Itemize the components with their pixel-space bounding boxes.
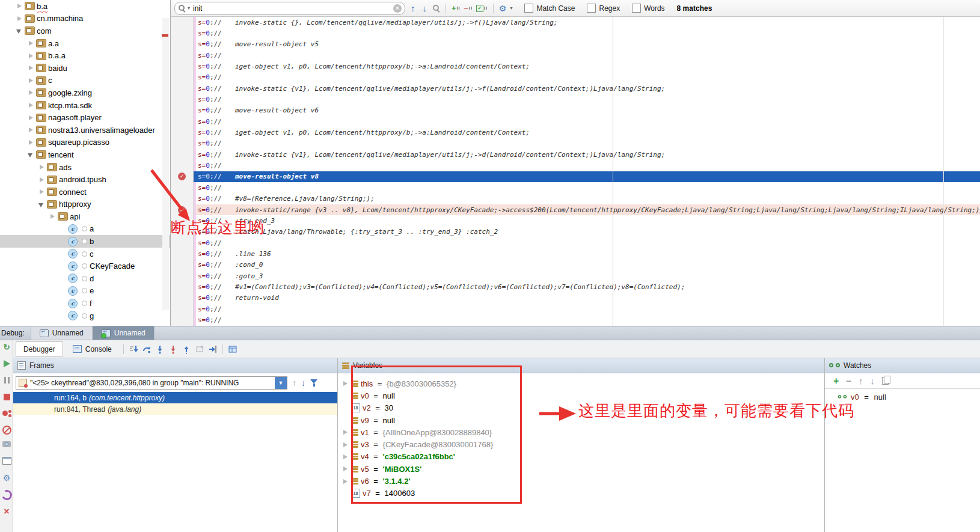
tree-item[interactable]: g	[0, 310, 170, 322]
variable-row[interactable]: 18 v3 = {CKeyFacade@830030001768}	[338, 438, 824, 450]
tree-item[interactable]: e	[0, 285, 170, 298]
editor-gutter[interactable]: ✓	[171, 160, 194, 171]
show-execution-point-button[interactable]	[128, 344, 139, 355]
tree-item[interactable]: httpproxy	[0, 198, 170, 211]
layout-settings-button[interactable]	[227, 344, 238, 355]
expand-arrow-icon[interactable]	[341, 416, 349, 424]
find-all-icon[interactable]	[432, 4, 440, 12]
move-watch-down-button[interactable]: ↓	[871, 376, 875, 386]
breakpoint-icon[interactable]: ✓	[178, 206, 186, 214]
editor-gutter[interactable]: ✓	[171, 304, 194, 314]
tree-item[interactable]: baidu	[0, 62, 170, 75]
code-line[interactable]: ✓ s=0;// iget-object v1, p0, Lcom/tencen…	[171, 61, 980, 72]
expand-arrow-icon[interactable]	[38, 163, 46, 171]
close-button[interactable]: ×	[0, 506, 13, 517]
tree-item[interactable]: android.tpush	[0, 173, 170, 186]
editor-gutter[interactable]: ✓	[171, 237, 194, 248]
editor-gutter[interactable]: ✓	[171, 105, 194, 116]
expand-arrow-icon[interactable]	[27, 138, 35, 147]
code-line[interactable]: ✓ s=0;// #v8=(Reference,Ljava/lang/Strin…	[171, 194, 980, 204]
stack-frame-row[interactable]: run:841, Thread (java.lang)	[13, 403, 337, 415]
expand-arrow-icon[interactable]	[341, 404, 349, 412]
code-line[interactable]: ✓ s=0;// :cond_0	[171, 260, 980, 271]
search-history-caret-icon[interactable]: ▾	[188, 6, 190, 11]
tree-item[interactable]: d	[0, 272, 170, 285]
thread-dump-button[interactable]	[0, 441, 13, 447]
restore-layout-button[interactable]	[0, 457, 13, 465]
watch-row[interactable]: v0 = null	[825, 389, 980, 402]
code-line[interactable]: ✓ s=0;// move-result-object v5	[171, 39, 980, 50]
expand-arrow-icon[interactable]	[60, 299, 68, 308]
expand-arrow-icon[interactable]	[27, 114, 35, 122]
step-out-button[interactable]	[181, 344, 192, 355]
tree-item[interactable]: cn.mmachina	[0, 13, 170, 25]
expand-arrow-icon[interactable]	[60, 237, 68, 246]
code-line[interactable]: ✓ s=0;//	[171, 72, 980, 83]
match-case-option[interactable]: Match Case	[524, 4, 575, 13]
expand-arrow-icon[interactable]	[341, 465, 349, 473]
regex-option[interactable]: Regex	[587, 4, 620, 13]
step-over-button[interactable]	[141, 344, 152, 355]
code-line[interactable]: ✓ s=0;//	[171, 28, 980, 38]
expand-arrow-icon[interactable]	[27, 126, 35, 134]
expand-arrow-icon[interactable]	[341, 379, 349, 388]
code-line[interactable]: ✓ s=0;//	[171, 138, 980, 149]
editor-gutter[interactable]: ✓	[171, 260, 194, 271]
editor-gutter[interactable]: ✓	[171, 293, 194, 304]
editor-gutter[interactable]: ✓	[171, 171, 194, 182]
rerun-button[interactable]: ↻	[0, 343, 13, 352]
search-input[interactable]	[192, 4, 391, 13]
tree-item[interactable]: CKeyFacade	[0, 260, 170, 272]
editor-gutter[interactable]: ✓	[171, 281, 194, 292]
editor-gutter[interactable]: ✓	[171, 127, 194, 138]
step-into-button[interactable]	[155, 344, 165, 355]
variable-row[interactable]: 18 v2 = 30	[338, 402, 824, 414]
expand-arrow-icon[interactable]	[60, 249, 68, 258]
remove-watch-button[interactable]: −	[846, 376, 851, 386]
stack-frame-row[interactable]: run:164, b (com.tencent.httpproxy)	[13, 392, 337, 403]
drop-frame-button[interactable]	[194, 344, 205, 355]
tree-item[interactable]: api	[0, 210, 170, 223]
thread-selector[interactable]: "<25> ckeythread"@830,029,396,080 in gro…	[16, 376, 287, 390]
code-line[interactable]: ✓ s=0;// move-result-object v8	[171, 171, 980, 182]
editor-gutter[interactable]: ✓	[171, 28, 194, 38]
expand-arrow-icon[interactable]	[60, 287, 68, 295]
tree-scrollbar[interactable]	[162, 18, 169, 310]
expand-arrow-icon[interactable]	[60, 225, 68, 233]
expand-arrow-icon[interactable]	[27, 88, 35, 97]
code-line[interactable]: ✓ s=0;//	[171, 314, 980, 325]
variable-row[interactable]: 18 v7 = 1400603	[338, 488, 824, 500]
code-line[interactable]: ✓ s=0;//	[171, 50, 980, 61]
expand-arrow-icon[interactable]	[60, 274, 68, 283]
next-match-button[interactable]: ↓	[421, 3, 429, 13]
code-line[interactable]: ✓ s=0;// .line 136	[171, 248, 980, 259]
add-watch-button[interactable]: +	[833, 376, 839, 387]
variable-row[interactable]: 18 v5 = 'MiBOX1S'	[338, 463, 824, 475]
clear-search-icon[interactable]: ✕	[393, 4, 402, 13]
settings-gear-button[interactable]: ⚙	[0, 473, 13, 483]
expand-arrow-icon[interactable]	[60, 311, 68, 320]
editor-gutter[interactable]: ✓	[171, 17, 194, 28]
gear-caret-icon[interactable]: ▾	[510, 6, 512, 11]
variable-row[interactable]: 18 v6 = '3.1.4.2'	[338, 475, 824, 487]
expand-arrow-icon[interactable]	[341, 428, 349, 436]
tab-console[interactable]: Console	[66, 342, 119, 356]
regex-checkbox[interactable]	[587, 4, 596, 13]
code-line[interactable]: ✓ s=0;// return-void	[171, 293, 980, 304]
expand-arrow-icon[interactable]	[38, 200, 46, 209]
tree-item[interactable]: a.a	[0, 37, 170, 50]
code-line[interactable]: ✓ s=0;//	[171, 94, 980, 105]
tree-item[interactable]: b	[0, 235, 170, 248]
editor-gutter[interactable]: ✓	[171, 61, 194, 72]
tree-item[interactable]: google.zxing	[0, 87, 170, 99]
expand-arrow-icon[interactable]	[16, 14, 24, 23]
previous-frame-button[interactable]: ↑	[292, 378, 296, 388]
expand-arrow-icon[interactable]	[49, 212, 57, 221]
code-line[interactable]: ✓ s=0;// invoke-static {v1}, Lcom/tencen…	[171, 83, 980, 94]
editor-gutter[interactable]: ✓	[171, 39, 194, 50]
code-line[interactable]: ✓ s=0;// invoke-static {}, Lcom/tencent/…	[171, 17, 980, 28]
code-line[interactable]: ✓ s=0;//	[171, 182, 980, 193]
hide-library-frames-filter-icon[interactable]	[310, 379, 317, 387]
code-line[interactable]: ✓ s=0;// #v1=(Conflicted);v3=(Conflicted…	[171, 281, 980, 292]
expand-arrow-icon[interactable]	[341, 441, 349, 449]
